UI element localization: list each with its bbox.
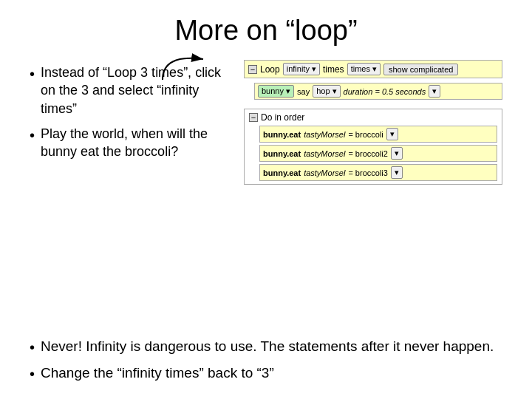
do-minus-icon[interactable]: − xyxy=(249,113,258,122)
bullet-2: • Play the world, when will the bunny ea… xyxy=(30,125,236,161)
slide-title: More on “loop” xyxy=(30,15,502,47)
loop-times-dropdown[interactable]: times ▾ xyxy=(347,63,381,75)
bullet-1: • Instead of “Loop 3 times”, click on th… xyxy=(30,64,236,117)
bullet-3-text: Never! Infinity is dangerous to use. The… xyxy=(41,337,494,358)
bullet-4-text: Change the “infinity times” back to “3” xyxy=(41,364,274,384)
bullet-dot-1: • xyxy=(30,64,35,117)
bunny-dropdown[interactable]: bunny ▾ xyxy=(258,85,294,98)
duration-label: duration = 0.5 seconds xyxy=(344,87,426,96)
do-inner: bunny.eat tastyMorsel = broccoli ▾ bunny… xyxy=(259,126,497,181)
bullet-2-text: Play the world, when will the bunny eat … xyxy=(41,125,236,161)
content-area: • Instead of “Loop 3 times”, click on th… xyxy=(30,60,502,324)
eat1-morsel: tastyMorsel xyxy=(304,130,345,139)
loop-inner: bunny ▾ say hop ▾ duration = 0.5 seconds… xyxy=(254,83,502,100)
do-in-order-header: − Do in order xyxy=(249,112,497,123)
right-panel: − Loop infinity ▾ times times ▾ show com… xyxy=(244,60,502,324)
eat-row-2: bunny.eat tastyMorsel = broccoli2 ▾ xyxy=(259,145,497,162)
eat1-dropdown[interactable]: ▾ xyxy=(386,128,398,140)
duration-dropdown[interactable]: ▾ xyxy=(429,85,440,98)
show-complicated-button[interactable]: show complicated xyxy=(383,64,458,75)
eat3-label: bunny.eat xyxy=(263,168,301,177)
bullet-4: • Change the “infinity times” back to “3… xyxy=(30,364,502,384)
left-bullets: • Instead of “Loop 3 times”, click on th… xyxy=(30,60,236,324)
slide: More on “loop” • Instead of “Loop 3 time… xyxy=(0,0,532,399)
bullet-dot-3: • xyxy=(30,338,35,358)
bullet-dot-4: • xyxy=(30,364,35,384)
loop-label: Loop xyxy=(260,64,280,75)
loop-minus-icon[interactable]: − xyxy=(248,65,257,74)
eat1-label: bunny.eat xyxy=(263,130,301,139)
bunny-hop-row: bunny ▾ say hop ▾ duration = 0.5 seconds… xyxy=(254,83,502,100)
loop-times1-label: times xyxy=(323,64,344,75)
eat3-value: = broccoli3 xyxy=(348,168,388,177)
eat-row-1: bunny.eat tastyMorsel = broccoli ▾ xyxy=(259,126,497,143)
bullet-dot-2: • xyxy=(30,126,35,161)
eat1-value: = broccoli xyxy=(348,130,383,139)
eat2-morsel: tastyMorsel xyxy=(304,149,345,158)
eat3-dropdown[interactable]: ▾ xyxy=(391,166,403,179)
eat2-dropdown[interactable]: ▾ xyxy=(391,147,403,160)
do-in-order-label: Do in order xyxy=(261,112,304,123)
eat3-morsel: tastyMorsel xyxy=(304,168,345,177)
loop-header-row: − Loop infinity ▾ times times ▾ show com… xyxy=(244,60,502,78)
bullet-1-text: Instead of “Loop 3 times”, click on the … xyxy=(41,64,236,117)
bottom-bullets: • Never! Infinity is dangerous to use. T… xyxy=(30,337,502,384)
eat2-value: = broccoli2 xyxy=(348,149,388,158)
eat-row-3: bunny.eat tastyMorsel = broccoli3 ▾ xyxy=(259,164,497,181)
bullet-3: • Never! Infinity is dangerous to use. T… xyxy=(30,337,502,358)
do-in-order-block: − Do in order bunny.eat tastyMorsel = br… xyxy=(244,109,502,185)
eat2-label: bunny.eat xyxy=(263,149,301,158)
say-label: say xyxy=(297,87,310,96)
loop-infinity-dropdown[interactable]: infinity ▾ xyxy=(283,63,320,75)
hop-dropdown[interactable]: hop ▾ xyxy=(313,85,340,98)
